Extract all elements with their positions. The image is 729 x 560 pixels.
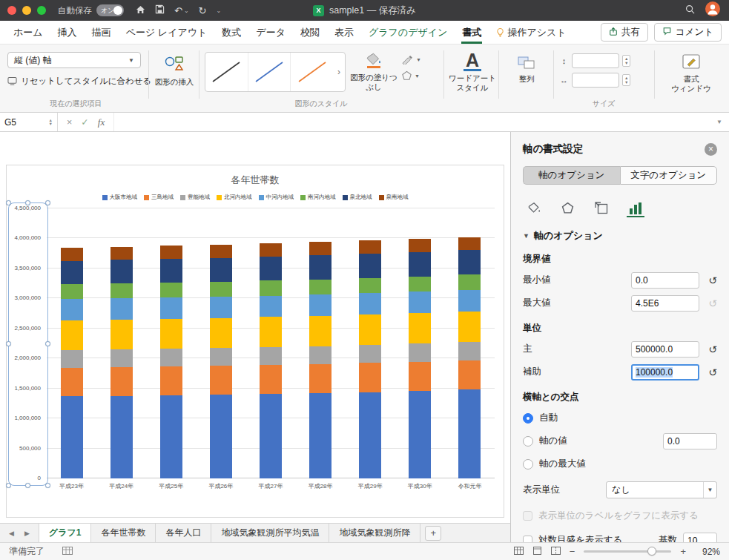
shape-effects-button[interactable]: ▼ (401, 70, 421, 81)
selection-handle[interactable] (45, 341, 50, 346)
bar-segment[interactable] (458, 274, 481, 290)
undo-button[interactable]: ↶⌄ (174, 5, 189, 16)
selection-handle[interactable] (6, 483, 11, 488)
insert-function-icon[interactable]: fx (98, 116, 105, 128)
width-stepper[interactable]: ▲▼ (622, 74, 630, 86)
shape-style-option-1[interactable] (205, 53, 248, 91)
bar-segment[interactable] (409, 362, 431, 392)
bar-segment[interactable] (359, 392, 381, 478)
zoom-out-icon[interactable]: − (570, 546, 575, 557)
bar-segment[interactable] (359, 293, 381, 314)
bar-segment[interactable] (309, 242, 331, 255)
add-sheet-button[interactable]: + (425, 526, 441, 541)
formula-input[interactable] (114, 113, 710, 131)
bar-segment[interactable] (61, 350, 83, 368)
comments-button[interactable]: コメント (654, 23, 722, 42)
axis-options-section-header[interactable]: ▼ 軸のオプション (523, 229, 717, 243)
bar-segment[interactable] (309, 255, 331, 280)
shape-style-option-2[interactable] (248, 53, 291, 91)
bar-segment[interactable] (110, 320, 133, 350)
minimum-input[interactable]: 0.0 (631, 272, 699, 289)
bar-segment[interactable] (210, 366, 232, 395)
bar-segment[interactable] (110, 283, 133, 298)
shape-style-gallery[interactable]: › (205, 52, 346, 92)
sheet-tab-3[interactable]: 地域気象観測所平均気温 (211, 524, 329, 542)
shape-style-option-3[interactable] (291, 53, 333, 91)
bar-segment[interactable] (260, 317, 282, 347)
shape-outline-button[interactable]: ▼ (401, 55, 421, 65)
bar-segment[interactable] (260, 394, 282, 478)
legend-item[interactable]: 泉北地域 (343, 194, 372, 201)
bar-segment[interactable] (409, 291, 431, 313)
bar-segment[interactable] (260, 243, 282, 257)
bar-segment[interactable] (210, 297, 232, 318)
bar-segment[interactable] (409, 343, 431, 361)
display-units-dropdown[interactable]: なし ▼ (606, 481, 717, 498)
legend-item[interactable]: 北河内地域 (217, 194, 252, 201)
maximum-input[interactable]: 4.5E6 (631, 295, 699, 312)
sheet-nav-back-icon[interactable]: ◀ (9, 530, 14, 537)
bar-segment[interactable] (458, 250, 481, 274)
reset-minor-icon[interactable]: ↺ (699, 366, 717, 378)
bar-segment[interactable] (110, 247, 133, 260)
bar-segment[interactable] (160, 349, 182, 366)
chart-object[interactable]: 各年世帯数 大阪市地域三島地域豊能地域北河内地域中河内地域南河内地域泉北地域泉南… (6, 165, 504, 518)
shape-fill-button[interactable]: 図形の塗りつぶし (350, 52, 398, 92)
axis-options-icon[interactable] (629, 202, 642, 217)
bar-segment[interactable] (61, 261, 83, 285)
bar-segment[interactable] (110, 396, 133, 478)
selection-handle[interactable] (6, 341, 11, 346)
bar-segment[interactable] (210, 258, 232, 282)
bar-segment[interactable] (110, 298, 133, 319)
gallery-scroll-icon[interactable]: › (333, 53, 345, 91)
wordart-styles-button[interactable]: A ワードアートスタイル (448, 51, 497, 93)
bar-segment[interactable] (409, 391, 431, 478)
shape-width-input[interactable] (572, 73, 619, 88)
fill-line-icon[interactable] (527, 202, 541, 217)
zoom-in-icon[interactable]: + (680, 546, 686, 557)
bar-segment[interactable] (260, 280, 282, 295)
customize-toolbar-icon[interactable]: ⌄ (217, 7, 222, 14)
bar-segment[interactable] (260, 296, 282, 317)
axis-value-input[interactable]: 0.0 (663, 433, 717, 449)
selection-handle[interactable] (45, 200, 50, 205)
selection-handle[interactable] (25, 483, 30, 488)
ribbon-tab-10[interactable]: 操作アシスト (489, 21, 573, 44)
bar-segment[interactable] (210, 348, 232, 366)
bar-segment[interactable] (309, 364, 331, 393)
close-window-button[interactable] (7, 6, 16, 15)
ribbon-tab-2[interactable]: 描画 (85, 21, 119, 44)
name-box-stepper[interactable]: ▲▼ (49, 119, 53, 126)
height-stepper[interactable]: ▲▼ (622, 55, 630, 67)
name-box[interactable]: G5 ▲▼ (0, 113, 58, 131)
bar-segment[interactable] (458, 342, 481, 360)
bar-segment[interactable] (160, 319, 182, 349)
ribbon-tab-8[interactable]: グラフのデザイン (361, 21, 455, 44)
bar-segment[interactable] (260, 257, 282, 280)
axis-value-radio[interactable] (523, 436, 533, 447)
reset-minimum-icon[interactable]: ↺ (699, 274, 717, 286)
ribbon-tab-0[interactable]: ホーム (6, 21, 50, 44)
bar-segment[interactable] (359, 278, 381, 293)
effects-icon[interactable] (561, 202, 574, 217)
reset-to-match-style-button[interactable]: リセットしてスタイルに合わせる (7, 76, 151, 87)
share-button[interactable]: 共有 (601, 23, 648, 42)
major-unit-input[interactable]: 500000.0 (631, 341, 699, 358)
insert-shapes-button[interactable]: 図形の挿入 (151, 55, 197, 87)
bar-segment[interactable] (458, 237, 481, 251)
bar-segment[interactable] (160, 297, 182, 318)
formula-bar-expand-icon[interactable]: ▼ (710, 119, 729, 125)
legend-item[interactable]: 泉南地域 (379, 194, 409, 201)
bar-segment[interactable] (61, 248, 83, 260)
legend-item[interactable]: 中河内地域 (259, 194, 294, 201)
bar-segment[interactable] (458, 360, 481, 390)
zoom-slider[interactable] (584, 550, 671, 553)
enter-icon[interactable]: ✓ (81, 116, 88, 128)
bar-segment[interactable] (409, 252, 431, 277)
home-icon[interactable] (136, 5, 145, 16)
autosave-toggle[interactable]: オン (96, 4, 124, 16)
legend-item[interactable]: 豊能地域 (180, 194, 210, 201)
size-properties-icon[interactable] (595, 202, 608, 217)
save-icon[interactable] (155, 4, 165, 16)
ribbon-tab-3[interactable]: ページ レイアウト (119, 21, 215, 44)
